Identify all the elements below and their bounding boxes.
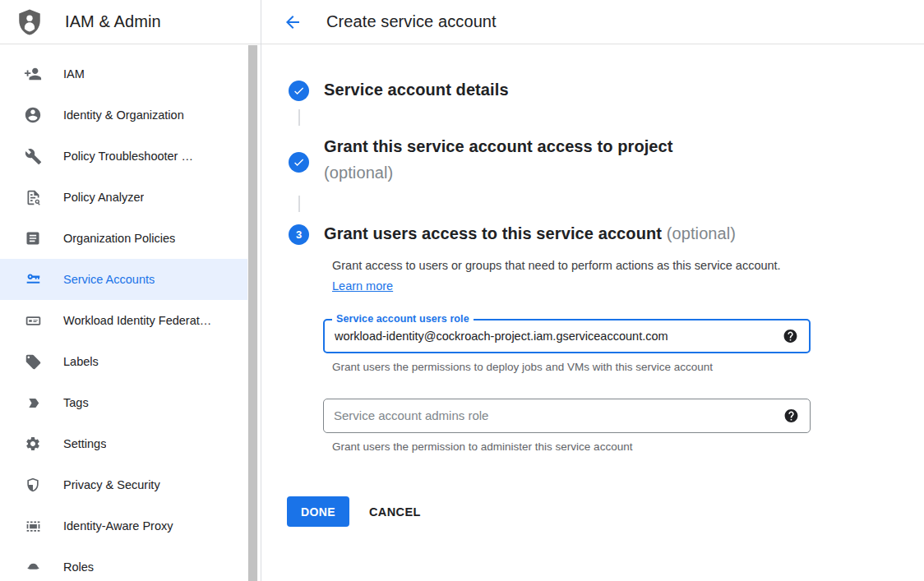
admins-role-field [323,399,811,433]
sidebar-item-label: IAM [63,67,85,81]
step3-number-badge: 3 [289,224,309,245]
tag-arrow-icon [23,393,43,413]
back-arrow-icon[interactable] [283,12,303,32]
sidebar-item-label: Policy Analyzer [63,191,144,204]
learn-more-link[interactable]: Learn more [332,279,393,293]
sidebar-item-label: Identity & Organization [63,108,184,122]
step-connector [298,196,300,212]
account-circle-icon [23,105,43,125]
sidebar-item-policy-troubleshooter[interactable]: Policy Troubleshooter … [0,136,247,177]
sidebar-item-identity-organization[interactable]: Identity & Organization [0,95,247,136]
person-add-icon [23,64,43,84]
step2-complete-icon [289,152,309,173]
sidebar-item-label: Tags [63,396,89,409]
main-panel: Create service account Service account d… [261,0,924,581]
sidebar-item-iam[interactable]: IAM [0,53,247,95]
sidebar-item-roles[interactable]: Roles [0,546,247,581]
service-account-key-icon [23,270,43,289]
shield-icon [23,475,43,495]
sidebar-item-label: Labels [63,355,99,368]
sidebar-item-organization-policies[interactable]: Organization Policies [0,218,247,259]
help-icon[interactable] [783,408,799,424]
hat-icon [23,557,43,577]
cancel-button[interactable]: CANCEL [369,496,421,527]
gear-icon [23,434,43,454]
sidebar-item-label: Settings [63,437,106,450]
page-topbar: Create service account [261,0,924,44]
sidebar-item-privacy-security[interactable]: Privacy & Security [0,464,247,505]
step2-title[interactable]: Grant this service account access to pro… [324,137,673,182]
sidebar: IAM & Admin IAM Identity & Organization … [0,0,261,581]
step3-optional-label: (optional) [667,224,736,242]
sidebar-item-label: Privacy & Security [63,478,160,491]
sidebar-item-label: Roles [63,560,94,574]
sidebar-item-label: Workload Identity Federat… [63,314,211,327]
wrench-icon [23,146,43,166]
iam-shield-logo-icon [14,5,45,39]
sidebar-item-identity-aware-proxy[interactable]: Identity-Aware Proxy [0,505,247,546]
sidebar-item-policy-analyzer[interactable]: Policy Analyzer [0,177,247,218]
step-connector [298,109,300,126]
step1-complete-icon [289,81,309,101]
users-role-field: Service account users role [323,319,811,353]
help-icon[interactable] [783,329,798,344]
product-title: IAM & Admin [65,12,161,31]
sidebar-item-label: Identity-Aware Proxy [63,519,173,533]
step1-title[interactable]: Service account details [324,81,509,99]
users-role-input[interactable] [325,320,809,352]
step3-title[interactable]: Grant users access to this service accou… [324,224,736,243]
sidebar-item-labels[interactable]: Labels [0,341,247,382]
done-button[interactable]: DONE [287,496,349,527]
sidebar-item-label: Organization Policies [63,232,175,245]
sidebar-item-service-accounts[interactable]: Service Accounts [0,259,247,300]
sidebar-item-label: Service Accounts [63,273,155,286]
sidebar-item-label: Policy Troubleshooter … [63,150,193,163]
label-tag-icon [23,352,43,371]
sidebar-nav: IAM Identity & Organization Policy Troub… [0,44,247,581]
admins-role-input[interactable] [324,399,810,432]
sidebar-item-settings[interactable]: Settings [0,423,247,464]
sidebar-item-workload-identity-federation[interactable]: Workload Identity Federat… [0,300,247,341]
document-list-icon [23,228,43,248]
sidebar-scrollbar-track [247,45,258,581]
admins-role-helper-text: Grant users the permission to administer… [332,440,632,453]
badge-icon [23,311,43,330]
step3-description: Grant access to users or groups that nee… [332,256,784,297]
step2-optional-label: (optional) [324,164,673,182]
users-role-helper-text: Grant users the permissions to deploy jo… [332,361,713,373]
policy-analyzer-icon [23,187,43,207]
page-title: Create service account [326,12,497,31]
sidebar-item-tags[interactable]: Tags [0,382,247,423]
proxy-icon [23,516,43,536]
sidebar-scrollbar-thumb[interactable] [248,45,257,581]
sidebar-header: IAM & Admin [0,0,261,44]
create-sa-form: Service account details Grant this servi… [261,44,924,581]
